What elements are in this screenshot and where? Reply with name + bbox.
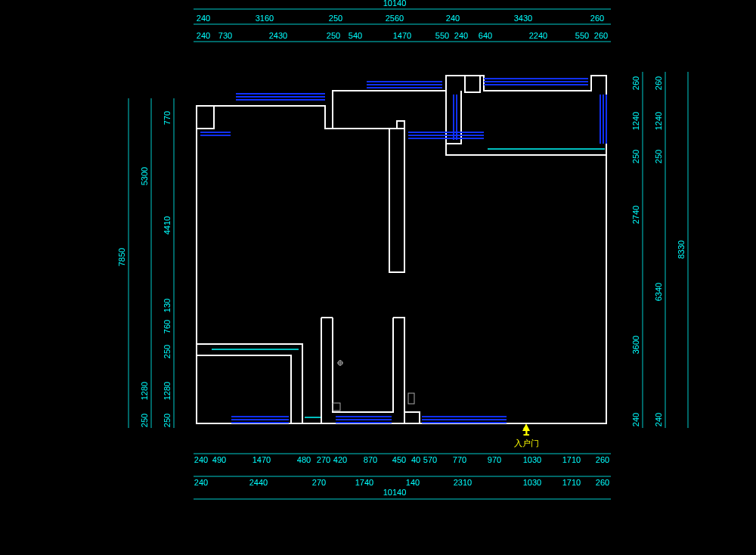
dims-bottom-outer: 24024402701740140231010301710260 <box>194 476 611 487</box>
dim-value: 270 <box>317 455 330 464</box>
dim-value: 250 <box>631 150 640 163</box>
dim-value: 250 <box>329 14 342 23</box>
dim-value: 640 <box>479 31 492 40</box>
dim-value: 770 <box>453 455 466 464</box>
dim-value: 7850 <box>117 248 126 266</box>
dim-value: 540 <box>349 31 362 40</box>
dim-value: 240 <box>654 413 663 426</box>
dim-value: 2430 <box>269 31 287 40</box>
dim-value: 260 <box>596 478 609 487</box>
dim-value: 770 <box>163 111 172 125</box>
dim-value: 260 <box>654 76 663 90</box>
dim-value: 1740 <box>355 478 373 487</box>
dim-value: 260 <box>631 76 640 90</box>
dim-value: 240 <box>197 31 210 40</box>
dim-value: 130 <box>163 299 172 312</box>
dim-value: 420 <box>333 455 347 464</box>
dim-value: 3600 <box>631 336 640 354</box>
dim-value: 250 <box>654 150 663 163</box>
dim-overall-width-bottom: 10140 <box>383 488 407 497</box>
dim-value: 250 <box>140 414 149 427</box>
dim-value: 240 <box>631 413 640 426</box>
dim-value: 970 <box>488 455 501 464</box>
dims-top-outer: 240316025025602403430260 <box>194 14 611 24</box>
dim-value: 1280 <box>140 382 149 400</box>
dim-value: 5300 <box>140 167 149 185</box>
dim-value: 4410 <box>163 216 172 234</box>
dim-value: 550 <box>435 31 449 40</box>
dim-value: 250 <box>327 31 340 40</box>
dim-value: 8330 <box>677 240 686 259</box>
dim-value: 450 <box>392 455 406 464</box>
dim-value: 550 <box>575 31 589 40</box>
dim-value: 3430 <box>514 14 532 23</box>
dim-value: 240 <box>194 478 208 487</box>
dim-value: 490 <box>212 455 226 464</box>
dim-value: 730 <box>218 31 232 40</box>
cad-floorplan: 10140 240316025025602403430260 240730243… <box>0 0 756 555</box>
door-openings <box>212 149 605 417</box>
dims-left: 7850 53001280250 77044101307602501280250 <box>117 98 174 428</box>
dim-value: 1470 <box>393 31 411 40</box>
dim-value: 2560 <box>386 14 404 23</box>
dim-value: 240 <box>446 14 460 23</box>
dim-value: 1710 <box>562 478 581 487</box>
dim-value: 140 <box>406 478 420 487</box>
dim-value: 260 <box>596 455 609 464</box>
dim-value: 1030 <box>523 455 541 464</box>
svg-rect-44 <box>333 403 340 411</box>
dim-value: 240 <box>197 14 210 23</box>
entry-marker: 1 入户门 <box>514 423 539 448</box>
dim-value: 270 <box>312 478 326 487</box>
dim-value: 1280 <box>163 382 172 400</box>
dim-value: 250 <box>163 345 172 358</box>
dim-value: 1240 <box>654 112 663 130</box>
dim-value: 240 <box>454 31 468 40</box>
dim-value: 870 <box>364 455 377 464</box>
dim-value: 250 <box>163 414 172 427</box>
dim-value: 40 <box>411 455 420 464</box>
dim-value: 480 <box>297 455 311 464</box>
dim-value: 570 <box>423 455 437 464</box>
dim-value: 240 <box>194 455 208 464</box>
window-segments <box>200 79 606 423</box>
dims-top-inner: 240730243025054014705502406402240550260 <box>194 31 611 42</box>
svg-rect-9 <box>465 76 480 92</box>
dim-value: 260 <box>594 31 608 40</box>
dim-overall-width-top: 10140 <box>383 0 407 8</box>
dim-value: 2310 <box>454 478 472 487</box>
dim-value: 1710 <box>562 455 581 464</box>
svg-text:入户门: 入户门 <box>514 439 539 448</box>
fixtures <box>333 360 414 411</box>
dim-value: 3160 <box>256 14 274 23</box>
dims-right: 260124025027403600240 26012402506340240 … <box>631 72 688 428</box>
dim-value: 1470 <box>253 455 271 464</box>
dim-value: 260 <box>590 14 604 23</box>
dim-value: 2740 <box>631 206 640 224</box>
dim-value: 760 <box>163 320 172 333</box>
dim-value: 1240 <box>631 112 640 130</box>
dims-bottom-inner: 2404901470480270420870450405707709701030… <box>194 454 611 464</box>
dim-value: 2440 <box>249 478 268 487</box>
svg-rect-45 <box>408 393 414 404</box>
dim-value: 2240 <box>529 31 547 40</box>
floorplan-walls <box>197 76 606 423</box>
dim-value: 1030 <box>523 478 541 487</box>
dim-value: 6340 <box>654 283 663 301</box>
